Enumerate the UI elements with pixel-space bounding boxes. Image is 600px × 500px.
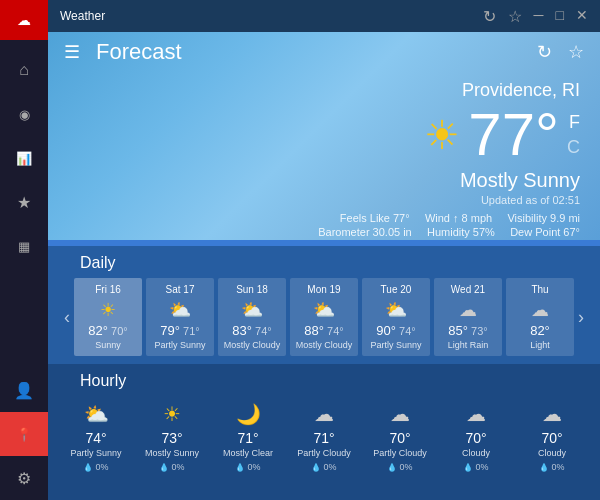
main-content: Weather ↻ ☆ ─ □ ✕ ☰ Forecast ↻ ☆ Provide… <box>48 0 600 500</box>
day-high: 79° <box>160 323 180 338</box>
header-actions: ↻ ☆ <box>537 41 584 63</box>
day-condition: Mostly Cloudy <box>222 340 282 350</box>
hourly-temp: 71° <box>290 430 358 446</box>
titlebar-star-icon[interactable]: ☆ <box>508 7 522 26</box>
profile-icon: 👤 <box>14 381 34 400</box>
weather-icon: ☁ <box>17 12 31 28</box>
day-low: 73° <box>471 325 488 337</box>
hourly-temp: 71° <box>214 430 282 446</box>
humidity: Humidity 57% <box>427 226 495 238</box>
hourly-weather-icon: ☁ <box>366 402 434 426</box>
day-name: Tue 20 <box>366 284 426 295</box>
scroll-left-button[interactable]: ‹ <box>60 278 74 356</box>
day-high: 83° <box>232 323 252 338</box>
hourly-temp: 70° <box>442 430 510 446</box>
minimize-icon[interactable]: ─ <box>534 7 544 26</box>
favorites-icon: ★ <box>17 193 31 212</box>
daily-card[interactable]: Fri 16 ☀ 82° 70° Sunny <box>74 278 142 356</box>
sidebar-bottom: 👤 📍 ⚙ <box>0 368 48 500</box>
day-temps: 85° 73° <box>438 323 498 338</box>
active-icon: 📍 <box>16 427 32 442</box>
day-condition: Sunny <box>78 340 138 350</box>
hourly-card[interactable]: 🌙 71° Mostly Clear 💧 0% <box>212 396 284 478</box>
sidebar: ☁ ⌂ ◉ 📊 ★ ▦ 👤 📍 ⚙ <box>0 0 48 500</box>
day-temps: 83° 74° <box>222 323 282 338</box>
hourly-weather-icon: ☁ <box>442 402 510 426</box>
day-name: Fri 16 <box>78 284 138 295</box>
temp-row: ☀ 77° F C <box>68 105 580 165</box>
hourly-section: Hourly ⛅ 74° Partly Sunny 💧 0% ☀ 73° Mos… <box>48 364 600 500</box>
day-low: 71° <box>183 325 200 337</box>
sidebar-item-charts[interactable]: 📊 <box>0 136 48 180</box>
visibility: Visibility 9.9 mi <box>507 212 580 224</box>
hourly-precip: 💧 0% <box>62 462 130 472</box>
day-high: 90° <box>376 323 396 338</box>
sidebar-item-active[interactable]: 📍 <box>0 412 48 456</box>
daily-card[interactable]: Sun 18 ⛅ 83° 74° Mostly Cloudy <box>218 278 286 356</box>
maximize-icon[interactable]: □ <box>556 7 564 26</box>
day-weather-icon: ⛅ <box>222 299 282 321</box>
daily-section: Daily ‹ Fri 16 ☀ 82° 70° Sunny Sat 17 ⛅ … <box>48 246 600 364</box>
hourly-weather-icon: ☁ <box>518 402 586 426</box>
hourly-condition: Mostly Sunny <box>138 448 206 458</box>
daily-title: Daily <box>60 254 588 272</box>
daily-scroll: ‹ Fri 16 ☀ 82° 70° Sunny Sat 17 ⛅ 79° 71… <box>60 278 588 356</box>
weather-details: Feels Like 77° Wind ↑ 8 mph Visibility 9… <box>68 212 580 238</box>
hourly-precip: 💧 0% <box>518 462 586 472</box>
day-temps: 88° 74° <box>294 323 354 338</box>
daily-cards: Fri 16 ☀ 82° 70° Sunny Sat 17 ⛅ 79° 71° … <box>74 278 574 356</box>
daily-card[interactable]: Tue 20 ⛅ 90° 74° Partly Sunny <box>362 278 430 356</box>
day-temps: 90° 74° <box>366 323 426 338</box>
hourly-card[interactable]: ☁ 70° Partly Cloudy 💧 0% <box>364 396 436 478</box>
titlebar-logo: Weather <box>60 9 105 23</box>
day-condition: Light <box>510 340 570 350</box>
hourly-card[interactable]: ☁ 71° Partly Cloudy 💧 0% <box>288 396 360 478</box>
hourly-temp: 73° <box>138 430 206 446</box>
scroll-right-button[interactable]: › <box>574 278 588 356</box>
feels-like: Feels Like 77° <box>340 212 410 224</box>
details-row-2: Barometer 30.05 in Humidity 57% Dew Poin… <box>318 226 580 238</box>
header-refresh-icon[interactable]: ↻ <box>537 41 552 63</box>
titlebar-refresh-icon[interactable]: ↻ <box>483 7 496 26</box>
day-weather-icon: ⛅ <box>150 299 210 321</box>
hourly-cards: ⛅ 74° Partly Sunny 💧 0% ☀ 73° Mostly Sun… <box>60 396 588 478</box>
sidebar-item-home[interactable]: ⌂ <box>0 48 48 92</box>
sidebar-item-profile[interactable]: 👤 <box>0 368 48 412</box>
city-name: Providence, RI <box>68 80 580 101</box>
header: ☰ Forecast ↻ ☆ <box>48 32 600 72</box>
hourly-weather-icon: ☁ <box>290 402 358 426</box>
sidebar-item-settings[interactable]: ⚙ <box>0 456 48 500</box>
day-high: 82° <box>88 323 108 338</box>
page-title: Forecast <box>96 39 182 65</box>
menu-button[interactable]: ☰ <box>64 41 80 63</box>
daily-card[interactable]: Mon 19 ⛅ 88° 74° Mostly Cloudy <box>290 278 358 356</box>
daily-card[interactable]: Thu ☁ 82° Light <box>506 278 574 356</box>
precip-value: 0% <box>171 462 184 472</box>
hourly-temp: 70° <box>518 430 586 446</box>
precip-value: 0% <box>95 462 108 472</box>
day-low: 74° <box>327 325 344 337</box>
hourly-card[interactable]: ☀ 73° Mostly Sunny 💧 0% <box>136 396 208 478</box>
hourly-weather-icon: 🌙 <box>214 402 282 426</box>
day-weather-icon: ☀ <box>78 299 138 321</box>
precip-value: 0% <box>475 462 488 472</box>
unit-c[interactable]: C <box>567 135 580 160</box>
sidebar-item-radar[interactable]: ◉ <box>0 92 48 136</box>
hourly-card[interactable]: ⛅ 74° Partly Sunny 💧 0% <box>60 396 132 478</box>
day-condition: Partly Sunny <box>150 340 210 350</box>
hourly-card[interactable]: ☁ 70° Cloudy 💧 0% <box>440 396 512 478</box>
sidebar-item-maps[interactable]: ▦ <box>0 224 48 268</box>
close-icon[interactable]: ✕ <box>576 7 588 26</box>
sun-icon: ☀ <box>424 115 460 155</box>
unit-f[interactable]: F <box>567 110 580 135</box>
drop-icon: 💧 <box>83 463 93 472</box>
drop-icon: 💧 <box>159 463 169 472</box>
drop-icon: 💧 <box>463 463 473 472</box>
hourly-card[interactable]: ☁ 70° Cloudy 💧 0% <box>516 396 588 478</box>
header-favorite-icon[interactable]: ☆ <box>568 41 584 63</box>
sidebar-item-favorites[interactable]: ★ <box>0 180 48 224</box>
sidebar-top-icon: ☁ <box>0 0 48 40</box>
daily-card[interactable]: Wed 21 ☁ 85° 73° Light Rain <box>434 278 502 356</box>
day-high: 82° <box>530 323 550 338</box>
daily-card[interactable]: Sat 17 ⛅ 79° 71° Partly Sunny <box>146 278 214 356</box>
